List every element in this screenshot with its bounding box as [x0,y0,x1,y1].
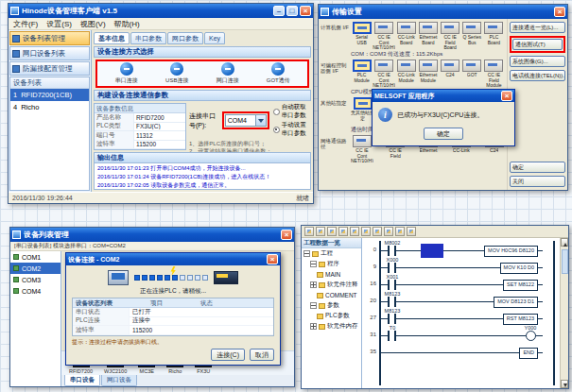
toolbar-icon[interactable] [407,227,416,236]
close-icon[interactable]: × [267,254,278,264]
ladder-rung-6[interactable]: 35 END [362,343,557,360]
tree-item-device-memory[interactable]: 软元件内存 [302,321,361,332]
if-qbus[interactable]: Q Series Bus [461,22,483,49]
collapse-icon[interactable] [303,250,310,257]
devlist-titlebar[interactable]: 设备列表管理 × [10,228,294,242]
tree-item-comment[interactable]: 软元件注释 [302,280,361,290]
toolbar-icon[interactable] [384,227,393,236]
scroll-up-icon[interactable] [561,238,568,247]
collapse-icon[interactable] [310,302,317,309]
dialog-cancel-button[interactable]: 取消 [250,349,274,361]
port-row-com3[interactable]: COM3 [10,274,61,285]
tab-net-devices[interactable]: 网口设备 [101,375,137,386]
radio-manual-params[interactable]: 手动设置串口参数 [273,121,311,138]
if-cciefield-board[interactable]: CC IE Field Board [439,22,460,49]
expand-icon[interactable] [310,281,317,288]
mode-ethernet[interactable]: 网口连接 [203,62,252,85]
menu-help[interactable]: 帮助(H) [114,19,140,29]
if-serial-usb[interactable]: Serial USB [351,22,373,49]
sidebar-item-leak-config[interactable]: 防漏接配置管理 [9,61,90,76]
port-row-com4[interactable]: COM4 [10,285,61,297]
close-button[interactable]: 关闭 [510,176,565,187]
connect-dialog-titlebar[interactable]: 设备连接 - COM2 × [66,253,280,265]
close-icon[interactable]: × [300,6,311,16]
menu-settings[interactable]: 设置(S) [46,19,72,29]
ladder-rung-0[interactable]: 0 M8002 MOV H0C96 D8120 [362,241,557,258]
com-port-select[interactable]: COM4 [225,114,267,127]
toolbar-icon[interactable] [327,227,337,236]
port-row-com2[interactable]: COM2 [10,263,61,274]
melsoft-ok-button[interactable]: 确定 [424,128,463,140]
transfer-titlebar[interactable]: 传输设置 × [319,5,567,19]
tab-basic-info[interactable]: 基本信息 [94,32,130,44]
if-c24[interactable]: C24 [439,60,460,87]
hinode-titlebar[interactable]: Hinode设备管理客户端 v1.5 – □ × [9,4,313,18]
device-row-selected[interactable]: 1 RFID7200(1CB) [10,89,89,101]
close-icon[interactable]: × [554,7,565,17]
mode-serial[interactable]: 串口连接 [102,62,151,85]
toolbar-icon[interactable] [373,227,382,236]
if-ethernet-module[interactable]: Ethernet Module [417,60,439,87]
collapse-icon[interactable] [310,261,317,267]
toolbar-icon[interactable] [338,227,348,236]
scrollbar-thumb[interactable] [562,249,568,274]
minimize-icon[interactable]: – [273,6,285,16]
if-got[interactable]: GOT [461,60,483,87]
tree-item-program[interactable]: 程序 [302,259,361,269]
close-icon[interactable]: × [281,230,292,240]
sidebar-item-net-devices[interactable]: 网口设备列表 [9,46,90,60]
tab-key[interactable]: Key [204,32,225,44]
menu-file[interactable]: 文件(F) [13,19,38,29]
tree-item-project[interactable]: 工程 [302,248,361,259]
if-plc-board[interactable]: PLC Board [483,22,505,49]
tab-serial-devices[interactable]: 串口设备 [64,375,100,386]
dialog-connect-button[interactable]: 连接(C) [211,349,245,361]
tab-serial-params[interactable]: 串口参数 [130,32,166,44]
toolbar-icon[interactable] [350,227,359,236]
if-ccie-board[interactable]: CC IE Cont NET/10(H) Board [373,22,395,49]
if-cclink-board[interactable]: CC-Link Board [395,22,417,49]
ladder-rung-1[interactable]: 9 X000 MOV K10 D0 [362,258,557,275]
if-cciefield-module[interactable]: CC IE Field Module [483,60,505,87]
ladder-rung-4[interactable]: 27 M8123 RST M8123 [362,309,557,326]
file-icon [317,314,323,319]
toolbar-icon[interactable] [395,227,405,236]
tree-item-param[interactable]: 参数 [302,300,361,311]
toolbar-icon[interactable] [304,227,314,236]
tab-net-params[interactable]: 网口参数 [167,32,203,44]
if-ccie-module[interactable]: CC IE Cont NET/10(H) Module [373,60,395,87]
edit-cursor-cell[interactable] [421,244,443,258]
system-image-button[interactable]: 系统图像(G)... [510,56,565,67]
route-ccie[interactable]: CC IE Cont NET/10(H) [351,135,373,162]
menu-view[interactable]: 视图(V) [80,19,106,29]
ladder-scrollbar[interactable] [560,238,568,388]
sidebar-item-device-list[interactable]: 设备列表管理 [9,31,90,45]
mode-got[interactable]: GOT透传 [253,62,303,85]
chevron-down-icon[interactable] [255,115,266,126]
comm-test-button[interactable]: 通信测试(T) [512,39,563,50]
expand-icon[interactable] [310,323,317,330]
ok-button[interactable]: 确定 [510,162,565,173]
toolbar-icon[interactable] [316,227,325,236]
tree-item-main[interactable]: MAIN [302,269,361,280]
ladder-rung-3[interactable]: 20 M8123 MOV D8123 D1 [362,292,557,309]
scroll-down-icon[interactable] [561,380,568,388]
radio-auto-params[interactable]: 自动获取串口参数 [273,103,311,120]
channel-list-button[interactable]: 连接通道一览(L)... [510,22,565,33]
ladder-rung-5[interactable]: 31 T0 Y000 [362,326,557,343]
if-ethernet-board[interactable]: Ethernet Board [417,22,439,49]
if-cclink-module[interactable]: CC-Link Module [395,60,417,87]
ladder-rung-2[interactable]: 16 X001 SET M8122 [362,275,557,292]
mode-usb[interactable]: USB连接 [152,62,201,85]
close-icon[interactable]: × [501,91,512,101]
toolbar-icon[interactable] [361,227,371,236]
port-row-com1[interactable]: COM1 [10,251,61,263]
tree-item-plc-param[interactable]: PLC参数 [302,311,361,321]
device-row[interactable]: 4 Richo [10,101,89,113]
maximize-icon[interactable]: □ [286,6,298,16]
tree-item-comment-file[interactable]: COMMENT [302,290,361,300]
melsoft-titlebar[interactable]: MELSOFT 应用程序 × [373,90,514,102]
if-plc-module[interactable]: PLC Module [351,60,373,87]
plc-if-row: 可编程控制器侧 I/F PLC Module CC IE Cont NET/10… [321,60,505,87]
tel-connect-button[interactable]: 电话线连接(TEL(N))... [510,70,565,81]
